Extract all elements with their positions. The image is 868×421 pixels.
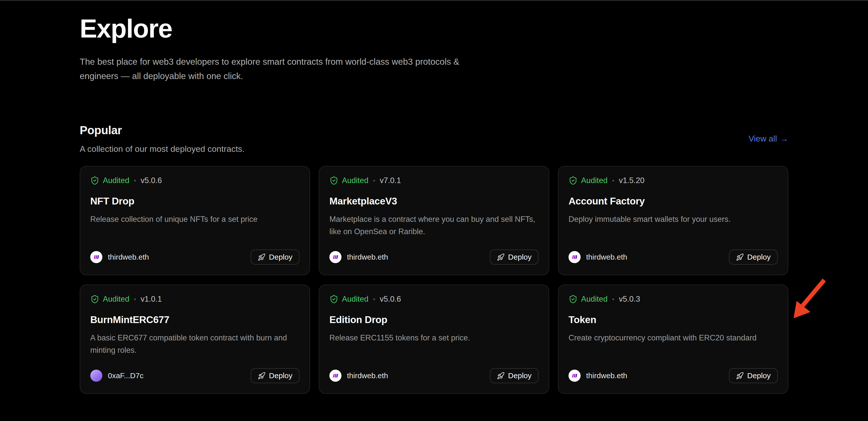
publisher-avatar[interactable] — [330, 251, 341, 263]
contract-card[interactable]: Audited • v5.0.6 NFT Drop Release collec… — [80, 166, 310, 275]
separator-dot: • — [133, 296, 137, 303]
view-all-link[interactable]: View all → — [749, 134, 788, 143]
shield-check-icon — [568, 294, 578, 304]
contract-description: Deploy immutable smart wallets for your … — [568, 213, 777, 225]
contract-card[interactable]: Audited • v1.5.20 Account Factory Deploy… — [558, 166, 788, 275]
arrow-right-icon: → — [780, 134, 788, 143]
contract-version: v7.0.1 — [380, 176, 401, 185]
page-title: Explore — [80, 14, 788, 43]
card-badge-row: Audited • v5.0.6 — [330, 294, 538, 304]
card-badge-row: Audited • v7.0.1 — [330, 176, 538, 185]
thirdweb-logo-icon — [332, 372, 339, 380]
card-badge-row: Audited • v1.5.20 — [568, 176, 778, 185]
deploy-label: Deploy — [747, 371, 771, 380]
card-badge-row: Audited • v5.0.6 — [90, 176, 300, 185]
contract-description: A basic ERC677 compatible token contract… — [90, 332, 299, 356]
publisher-name[interactable]: thirdweb.eth — [347, 253, 388, 261]
deploy-label: Deploy — [269, 371, 292, 380]
separator-dot: • — [372, 177, 376, 185]
publisher-avatar[interactable] — [568, 370, 581, 382]
contract-description: Marketplace is a contract where you can … — [330, 213, 538, 237]
audited-badge: Audited — [581, 294, 608, 304]
deploy-label: Deploy — [269, 253, 292, 261]
audited-badge: Audited — [103, 294, 129, 304]
deploy-label: Deploy — [508, 253, 532, 261]
contract-name[interactable]: Edition Drop — [330, 314, 538, 325]
publisher-avatar[interactable] — [330, 370, 341, 382]
deploy-button[interactable]: Deploy — [490, 368, 538, 383]
thirdweb-logo-icon — [571, 253, 578, 261]
card-footer: thirdweb.eth Deploy — [330, 368, 538, 383]
contract-version: v1.5.20 — [619, 176, 645, 185]
rocket-icon — [736, 372, 744, 380]
contract-name[interactable]: BurnMintERC677 — [90, 314, 300, 325]
popular-heading: Popular — [80, 123, 245, 137]
publisher-name[interactable]: thirdweb.eth — [586, 253, 627, 261]
separator-dot: • — [611, 296, 615, 303]
audited-badge: Audited — [342, 294, 368, 304]
deploy-button[interactable]: Deploy — [251, 250, 300, 264]
contract-version: v5.0.6 — [141, 176, 162, 185]
shield-check-icon — [330, 294, 338, 304]
publisher-name[interactable]: thirdweb.eth — [108, 253, 149, 261]
publisher-name[interactable]: 0xaF...D7c — [108, 371, 144, 380]
contract-name[interactable]: Account Factory — [568, 196, 778, 207]
rocket-icon — [736, 253, 744, 261]
contract-card[interactable]: Audited • v7.0.1 MarketplaceV3 Marketpla… — [319, 166, 549, 275]
thirdweb-logo-icon — [93, 253, 100, 261]
separator-dot: • — [133, 177, 137, 185]
contract-name[interactable]: MarketplaceV3 — [330, 196, 538, 207]
publisher-avatar[interactable] — [90, 370, 102, 382]
contract-card[interactable]: Audited • v5.0.6 Edition Drop Release ER… — [319, 284, 549, 394]
separator-dot: • — [372, 296, 376, 303]
audited-badge: Audited — [581, 176, 608, 185]
contract-name[interactable]: NFT Drop — [90, 196, 300, 207]
contract-description: Create cryptocurrency compliant with ERC… — [568, 332, 777, 344]
rocket-icon — [258, 253, 266, 261]
contract-version: v1.0.1 — [141, 294, 162, 304]
shield-check-icon — [568, 176, 578, 185]
publisher-name[interactable]: thirdweb.eth — [586, 371, 627, 380]
contract-version: v5.0.6 — [380, 294, 401, 304]
separator-dot: • — [611, 177, 615, 185]
deploy-button[interactable]: Deploy — [729, 368, 778, 383]
deploy-button[interactable]: Deploy — [490, 250, 538, 264]
contract-card[interactable]: Audited • v1.0.1 BurnMintERC677 A basic … — [80, 284, 310, 394]
publisher-avatar[interactable] — [90, 251, 102, 263]
card-footer: thirdweb.eth Deploy — [90, 250, 300, 264]
contract-description: Release ERC1155 tokens for a set price. — [330, 332, 538, 344]
deploy-label: Deploy — [508, 371, 532, 380]
page-description: The best place for web3 developers to ex… — [80, 54, 459, 83]
deploy-button[interactable]: Deploy — [729, 250, 778, 264]
shield-check-icon — [90, 176, 99, 185]
view-all-label: View all — [749, 134, 777, 143]
card-footer: thirdweb.eth Deploy — [330, 250, 538, 264]
shield-check-icon — [330, 176, 338, 185]
popular-heading-block: Popular A collection of our most deploye… — [80, 123, 245, 154]
rocket-icon — [497, 372, 505, 380]
popular-subheading: A collection of our most deployed contra… — [80, 144, 245, 154]
card-footer: thirdweb.eth Deploy — [568, 250, 778, 264]
card-badge-row: Audited • v5.0.3 — [568, 294, 778, 304]
publisher-avatar[interactable] — [568, 251, 581, 263]
thirdweb-logo-icon — [571, 372, 578, 380]
thirdweb-logo-icon — [332, 253, 339, 261]
deploy-button[interactable]: Deploy — [251, 368, 300, 383]
audited-badge: Audited — [342, 176, 368, 185]
publisher-name[interactable]: thirdweb.eth — [347, 371, 388, 380]
contract-name[interactable]: Token — [568, 314, 778, 325]
contract-card[interactable]: Audited • v5.0.3 Token Create cryptocurr… — [558, 284, 788, 394]
red-arrow-annotation — [787, 277, 827, 321]
card-badge-row: Audited • v1.0.1 — [90, 294, 300, 304]
card-footer: 0xaF...D7c Deploy — [90, 368, 300, 383]
audited-badge: Audited — [103, 176, 129, 185]
popular-section-header: Popular A collection of our most deploye… — [80, 123, 788, 154]
rocket-icon — [258, 372, 266, 380]
explore-page: Explore The best place for web3 develope… — [80, 1, 788, 394]
card-footer: thirdweb.eth Deploy — [568, 368, 778, 383]
contract-description: Release collection of unique NFTs for a … — [90, 213, 299, 225]
deploy-label: Deploy — [747, 253, 771, 261]
contract-version: v5.0.3 — [619, 294, 640, 304]
shield-check-icon — [90, 294, 99, 304]
cards-grid: Audited • v5.0.6 NFT Drop Release collec… — [80, 166, 788, 394]
